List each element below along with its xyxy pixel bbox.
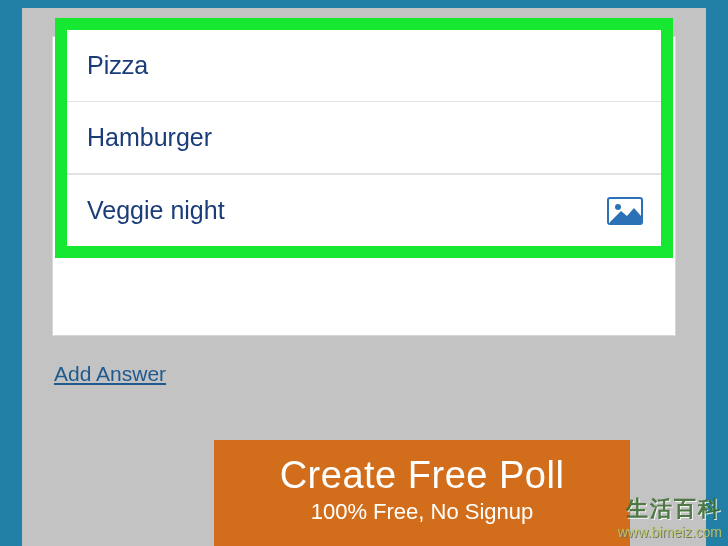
poll-option-row[interactable]: Hamburger	[67, 102, 661, 174]
svg-point-1	[615, 204, 621, 210]
poll-option-label: Pizza	[87, 51, 148, 80]
watermark: 生活百科 www.bimeiz.com	[618, 494, 722, 540]
poll-option-label: Hamburger	[87, 123, 212, 152]
options-highlight-box: Pizza Hamburger Veggie night	[55, 18, 673, 258]
watermark-text: 生活百科	[618, 494, 722, 524]
cta-title: Create Free Poll	[280, 454, 565, 497]
watermark-url: www.bimeiz.com	[618, 524, 722, 540]
poll-option-row[interactable]: Veggie night	[67, 174, 661, 246]
page-background: Add Answer Create Free Poll 100% Free, N…	[0, 0, 728, 546]
poll-option-row[interactable]: Pizza	[67, 30, 661, 102]
create-poll-button[interactable]: Create Free Poll 100% Free, No Signup	[214, 440, 630, 546]
add-answer-link[interactable]: Add Answer	[54, 362, 166, 386]
poll-option-label: Veggie night	[87, 196, 225, 225]
cta-subtitle: 100% Free, No Signup	[311, 499, 534, 525]
image-icon[interactable]	[607, 197, 643, 225]
